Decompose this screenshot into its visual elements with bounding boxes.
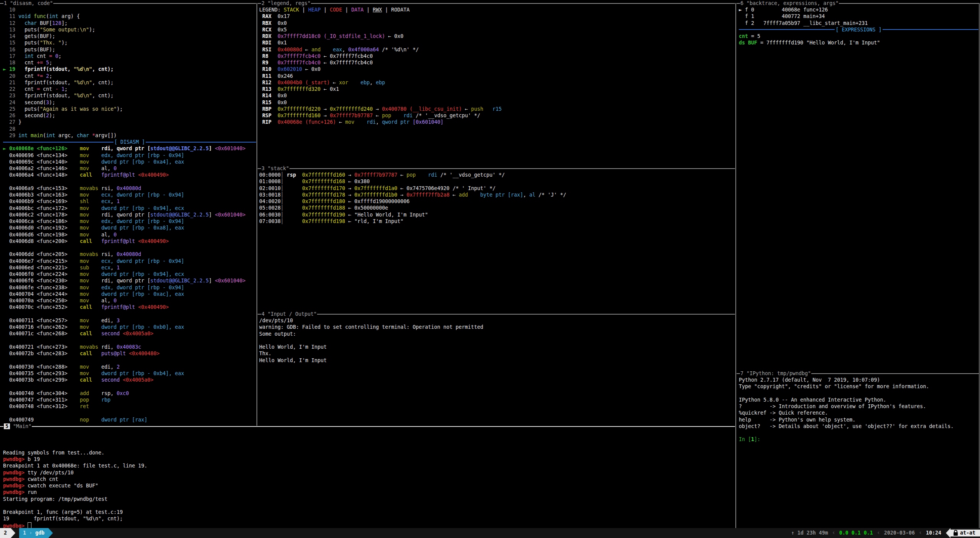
terminal-line: 0x40070c <func+252> call fprintf@plt <0x… — [3, 304, 256, 310]
separator-icon: ‹ — [832, 530, 835, 536]
terminal-line: 15 puts("Thx. "); — [3, 39, 256, 46]
terminal-line: f 2 7ffff7a05b97 __libc_start_main+231 — [739, 20, 978, 26]
pane-backtrace[interactable]: ► f 0 40068e func+126 f 1 400772 main+34… — [739, 7, 978, 46]
terminal-line: 12 char BUF[128]; — [3, 20, 256, 26]
terminal-line: 0x4006e7 <func+215> mov ecx, dword ptr [… — [3, 258, 256, 264]
vertical-border-left[interactable] — [257, 3, 257, 426]
terminal-line: R12 0x4004b0 (_start) ← xor ebp, ebp — [259, 79, 735, 86]
powerline-arrow-icon — [11, 528, 15, 538]
terminal-line: 0x40071c <func+268> call second <0x4005a… — [3, 330, 256, 337]
pane-legend-regs[interactable]: LEGEND: STACK | HEAP | CODE | DATA | RWX… — [259, 7, 735, 126]
pane-disasm-code[interactable]: 10 11 void func(int arg) { 12 char BUF[1… — [3, 7, 256, 423]
terminal-line: pwndbg> tty /dev/pts/10 — [3, 469, 733, 476]
terminal-line: %quickref -> Quick reference. — [739, 410, 978, 416]
terminal-line: ? -> Introduction and overview of IPytho… — [739, 403, 978, 410]
terminal-line: 0x4006ed <func+221> sub ecx, 1 — [3, 264, 256, 271]
terminal-line: /dev/pts/10 — [259, 317, 735, 324]
terminal-line: 18 cnt += 5; — [3, 59, 256, 66]
terminal-line: 01:0008│ 0x7fffffffd168 ← 0x380 — [259, 178, 735, 185]
terminal-line: ds BUF = 7fffffffd190 "Hello World, I'm … — [739, 39, 978, 46]
terminal-line: ► 19 fprintf(stdout, "%d\n", cnt); — [3, 66, 256, 72]
terminal-line: R9 0x7ffff7fcb4c0 ← 0x7ffff7fcb4c0 — [259, 59, 735, 66]
terminal-line: 0x4006b9 <func+169> shl ecx, 1 — [3, 198, 256, 205]
terminal-line: 0x4006a2 <func+146> mov al, 0 — [3, 165, 256, 172]
terminal-line — [739, 390, 978, 397]
terminal-line: 0x400721 <func+273> movabs rdi, 0x40083c — [3, 344, 256, 350]
terminal-line: Hello World, I'm Input — [259, 344, 735, 350]
terminal-line: R14 0x0 — [259, 92, 735, 99]
terminal-line: 14 gets(BUF); — [3, 33, 256, 39]
terminal-line: 0x4006c2 <func+178> mov rdi, qword ptr [… — [3, 212, 256, 218]
terminal-line: 28 — [3, 126, 256, 132]
terminal-line: RBP 0x7fffffffd220 → 0x7fffffffd240 → 0x… — [259, 106, 735, 112]
terminal-line: 0x400711 <func+257> mov edi, 3 — [3, 317, 256, 324]
terminal-line: 0x400749 nop dword ptr [rax] — [3, 417, 256, 423]
terminal-line: pwndbg> cwatch cnt — [3, 476, 733, 482]
terminal-line: Hello World, I'm Input — [259, 357, 735, 364]
pane-main[interactable]: Reading symbols from test...done.pwndbg>… — [3, 430, 733, 529]
terminal-line: 0x4006d6 <func+198> mov al, 0 — [3, 231, 256, 238]
terminal-line — [259, 337, 735, 344]
vertical-border-right[interactable] — [735, 3, 736, 528]
powerline-arrow-icon — [946, 528, 950, 538]
terminal-line — [739, 430, 978, 436]
terminal-line: 19 fprintf(stdout, "%d\n", cnt); — [3, 515, 733, 522]
status-right: ↑ 1d 23h 49m ‹ 0.0 0.1 0.1 ‹ 2020-03-06 … — [791, 528, 980, 538]
pane-title: 5 "Main" — [3, 423, 32, 430]
terminal-line: 02:0010│ 0x7fffffffd170 → 0x7fffffffd1a0… — [259, 185, 735, 192]
terminal-line — [3, 357, 256, 363]
terminal-line: 0x4006d8 <func+200> call fprintf@plt <0x… — [3, 238, 256, 244]
terminal-line — [3, 383, 256, 390]
terminal-line: f 1 400772 main+34 — [739, 13, 978, 20]
pane-title: 2 "legend, regs" — [261, 0, 311, 7]
terminal-line: RBX 0x0 — [259, 20, 735, 26]
tmux-status-bar: 2 1›gdb ↑ 1d 23h 49m ‹ 0.0 0.1 0.1 ‹ 202… — [0, 528, 980, 538]
session-name[interactable]: 2 — [0, 528, 11, 538]
terminal-line: pwndbg> run — [3, 489, 733, 495]
terminal-line — [3, 410, 256, 416]
terminal-line: RSP 0x7fffffffd160 → 0x7ffff7b97787 ← po… — [259, 112, 735, 119]
terminal-line: 05:0028│ 0x7fffffffd188 ← 0x50000000e — [259, 205, 735, 211]
terminal-line: 0x40072b <func+283> call puts@plt <0x400… — [3, 350, 256, 357]
powerline-arrow-icon — [48, 528, 53, 538]
pane-ipython[interactable]: Python 2.7.17 (default, Nov 7 2019, 10:0… — [739, 377, 978, 443]
terminal-line: 16 puts(BUF); — [3, 46, 256, 53]
terminal-line: 0x400696 <func+134> mov edx, dword ptr [… — [3, 152, 256, 159]
terminal-line — [3, 337, 256, 344]
terminal-line: pwndbg> b 19 — [3, 456, 733, 463]
date: 2020-03-06 — [884, 530, 915, 536]
pane-border-main: 5 "Main" — [0, 423, 735, 430]
pane-border-stack: 3 "stack" — [258, 165, 735, 172]
terminal-line: 0x4006f6 <func+230> mov rdi, qword ptr [… — [3, 277, 256, 284]
terminal-line: 0x400730 <func+288> mov edi, 2 — [3, 364, 256, 370]
terminal-line: LEGEND: STACK | HEAP | CODE | DATA | RWX… — [259, 7, 735, 13]
terminal-line: 0x40070a <func+250> mov al, 0 — [3, 297, 256, 304]
terminal-line: ► f 0 40068e func+126 — [739, 7, 978, 13]
terminal-line: RDI 0x1 — [259, 39, 735, 46]
terminal-line: RSI 0x40080d ← and eax, 0x4f000a64 /* '%… — [259, 46, 735, 53]
load-average: 0.0 0.1 0.1 — [839, 530, 873, 536]
terminal-line: RAX 0x17 — [259, 13, 735, 20]
terminal-line: 24 second(3); — [3, 99, 256, 106]
terminal-line: 0x400748 <func+312> ret — [3, 403, 256, 410]
terminal-line: 03:0018│ 0x7fffffffd178 → 0x7fffffffd1b0… — [259, 192, 735, 198]
pane-title: 6 "backtrace, expressions, args" — [740, 0, 839, 7]
terminal-line: R10 0x602010 ← 0x0 — [259, 66, 735, 72]
terminal-line: R15 0x0 — [259, 99, 735, 106]
pane-border-backtrace: 6 "backtrace, expressions, args" — [737, 0, 979, 7]
pane-io[interactable]: /dev/pts/10warning: GDB: Failed to set c… — [259, 317, 735, 364]
updown-arrow-icon: ↑ — [791, 530, 794, 536]
window-tab-gdb[interactable]: 1›gdb — [19, 528, 48, 538]
context-separator: [ EXPRESSIONS ] — [739, 26, 978, 33]
terminal-line — [3, 244, 256, 251]
terminal-line: pwndbg> cwatch execute "ds BUF" — [3, 482, 733, 489]
context-separator: [ DISASM ] — [3, 139, 256, 145]
pane-stack[interactable]: 00:0000│ rsp 0x7fffffffd160 → 0x7ffff7b9… — [259, 172, 735, 225]
status-left: 2 1›gdb — [0, 528, 53, 538]
terminal-line: 17 int cnt = 0; — [3, 53, 256, 59]
clock: 10:24 — [926, 530, 941, 536]
screen-right-edge — [979, 3, 980, 528]
terminal-line: Breakpoint 1, func (arg=5) at test.c:19 — [3, 509, 733, 515]
terminal-line: Python 2.7.17 (default, Nov 7 2019, 10:0… — [739, 377, 978, 383]
terminal-line — [3, 502, 733, 509]
